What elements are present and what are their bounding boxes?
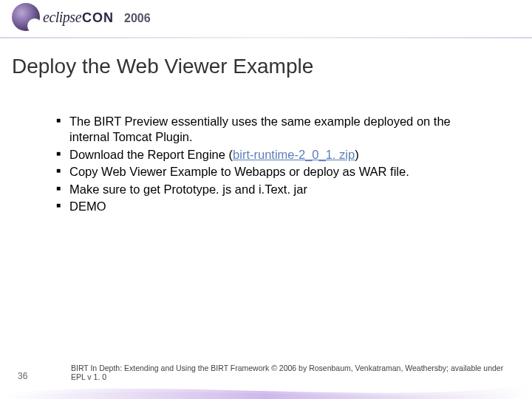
- slide-title: Deploy the Web Viewer Example: [12, 55, 313, 78]
- eclipse-logo-icon: [12, 3, 40, 31]
- slide-number: 36: [18, 371, 27, 381]
- list-item: Copy Web Viewer Example to Webapps or de…: [56, 164, 492, 180]
- logo-brand-eclipse: eclipse: [43, 9, 81, 26]
- list-item: The BIRT Preview essentially uses the sa…: [56, 114, 492, 146]
- list-item: DEMO: [56, 199, 492, 214]
- list-item: Download the Report Engine (birt-runtime…: [56, 147, 492, 163]
- list-item: Make sure to get Prototype. js and i.Tex…: [56, 182, 492, 197]
- eclipsecon-logo: eclipse CON 2006: [12, 3, 151, 31]
- bullet-text-suffix: ): [355, 148, 359, 161]
- bullet-text: DEMO: [69, 200, 106, 213]
- bullet-list: The BIRT Preview essentially uses the sa…: [56, 114, 492, 216]
- header-divider: [0, 37, 532, 38]
- bullet-text-prefix: Download the Report Engine (: [69, 148, 233, 161]
- logo-text: eclipse CON 2006: [43, 9, 151, 26]
- footer-copyright: BIRT In Depth: Extending and Using the B…: [71, 364, 514, 381]
- bullet-text: Make sure to get Prototype. js and i.Tex…: [69, 183, 307, 196]
- download-link[interactable]: birt-runtime-2_0_1. zip: [233, 148, 355, 161]
- bullet-text: The BIRT Preview essentially uses the sa…: [69, 115, 451, 143]
- logo-year: 2006: [124, 12, 151, 25]
- bullet-text: Copy Web Viewer Example to Webapps or de…: [69, 165, 409, 178]
- slide-header: eclipse CON 2006: [0, 0, 532, 43]
- logo-brand-con: CON: [82, 10, 114, 26]
